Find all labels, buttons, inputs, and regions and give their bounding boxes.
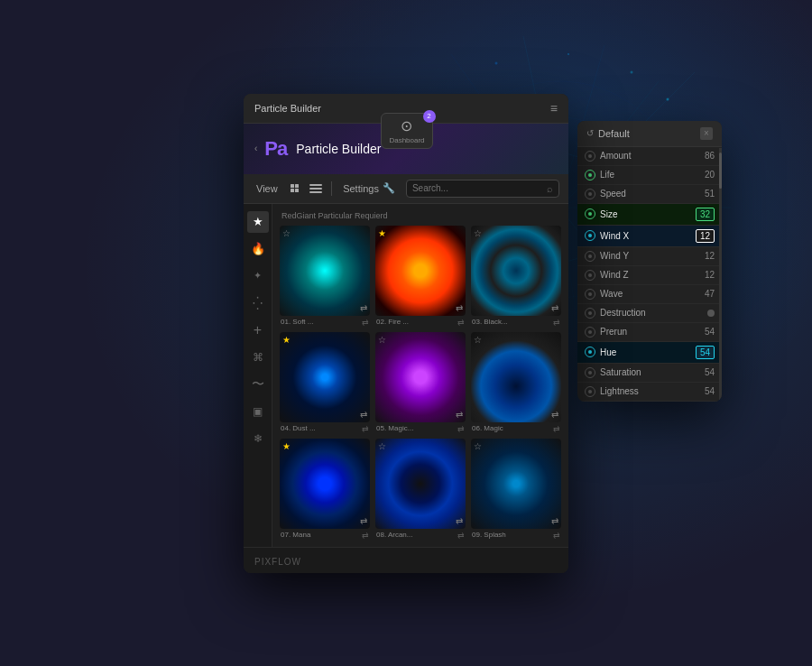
star-icon-01[interactable]: ☆ — [282, 228, 291, 238]
star-icon-05[interactable]: ☆ — [378, 335, 386, 345]
prop-name-prerun: Prerun — [600, 327, 697, 337]
prop-name-lightness: Lightness — [600, 386, 697, 396]
item-label-01: 01. Soft ... ⇄ — [280, 318, 370, 327]
sidebar-icon-flow[interactable]: ⌘ — [247, 347, 269, 368]
grid-view-button[interactable] — [289, 182, 301, 195]
prop-icon-destruction — [585, 308, 595, 319]
prop-row-size[interactable]: Size 32 — [577, 204, 722, 226]
search-icon: ⌕ — [547, 183, 553, 194]
sidebar-icon-plus[interactable]: + — [247, 319, 269, 341]
settings-button[interactable]: Settings 🔧 — [339, 180, 399, 196]
prop-icon-wind-z — [585, 270, 595, 281]
list-icon — [309, 184, 322, 193]
view-button[interactable]: View — [253, 181, 281, 196]
item-label-text-07: 07. Mana — [281, 531, 359, 539]
prop-row-hue[interactable]: Hue 54 — [577, 342, 722, 364]
settings-wrench-icon: 🔧 — [383, 182, 395, 194]
header-title: Particle Builder — [296, 142, 381, 156]
particle-item-06[interactable]: ☆ ⇄ 06. Magic ⇄ — [471, 332, 561, 433]
props-close-button[interactable]: × — [700, 127, 713, 140]
panel-menu-icon[interactable]: ≡ — [550, 101, 558, 116]
swap-icon-02[interactable]: ⇄ — [456, 303, 463, 313]
particle-item-02[interactable]: ★ ⇄ 02. Fire ... ⇄ — [375, 226, 466, 327]
props-scrollbar[interactable] — [719, 148, 722, 402]
sidebar-icon-fire[interactable]: 🔥 — [247, 238, 269, 260]
dashboard-button[interactable]: ⊙ Dashboard 2 — [381, 113, 432, 149]
props-scrollbar-thumb — [719, 153, 722, 189]
prop-value-amount: 86 — [697, 151, 715, 161]
prop-row-destruction[interactable]: Destruction — [577, 304, 722, 323]
particle-grid: ☆ ⇄ 01. Soft ... ⇄ ★ ⇄ — [280, 226, 561, 540]
particle-thumb-09: ☆ ⇄ — [471, 439, 561, 529]
swap-icon-07[interactable]: ⇄ — [360, 516, 367, 526]
prop-row-speed[interactable]: Speed 51 — [577, 185, 722, 204]
star-icon-07[interactable]: ★ — [282, 441, 291, 451]
item-label-text-06: 06. Magic — [472, 424, 550, 432]
properties-panel: ↺ Default × Amount 86 Life 20 — [577, 121, 722, 402]
props-reset-icon[interactable]: ↺ — [586, 128, 594, 138]
swap-icon-04[interactable]: ⇄ — [360, 410, 367, 420]
particle-thumb-03: ☆ ⇄ — [471, 226, 561, 316]
item-label-text-01: 01. Soft ... — [281, 318, 359, 326]
item-label-06: 06. Magic ⇄ — [471, 424, 561, 433]
swap-icon-08[interactable]: ⇄ — [456, 516, 463, 526]
particle-item-03[interactable]: ☆ ⇄ 03. Black... ⇄ — [471, 226, 561, 327]
brand-logo: PixFlow — [254, 557, 301, 567]
particle-item-04[interactable]: ★ ⇄ 04. Dust ... ⇄ — [280, 332, 370, 433]
star-icon-06[interactable]: ☆ — [474, 335, 482, 345]
star-icon-03[interactable]: ☆ — [474, 228, 482, 238]
swap-icon-09[interactable]: ⇄ — [551, 516, 558, 526]
prop-row-wind-z[interactable]: Wind Z 12 — [577, 266, 722, 285]
particle-thumb-01: ☆ ⇄ — [280, 226, 370, 316]
star-icon-02[interactable]: ★ — [378, 228, 386, 238]
particle-item-01[interactable]: ☆ ⇄ 01. Soft ... ⇄ — [280, 226, 370, 327]
sidebar-icon-snowflake[interactable]: ❄ — [247, 428, 269, 449]
list-view-button[interactable] — [308, 182, 324, 195]
sidebar-icon-particles[interactable]: ⁛ — [247, 292, 269, 314]
particle-item-08[interactable]: ☆ ⇄ 08. Arcan... ⇄ — [375, 439, 466, 540]
sidebar-icon-star[interactable]: ★ — [247, 211, 269, 233]
required-notice: RedGiant Particular Requierd — [280, 211, 561, 220]
prop-name-wave: Wave — [600, 289, 697, 299]
star-icon-08[interactable]: ☆ — [378, 441, 386, 451]
prop-value-hue: 54 — [696, 346, 715, 359]
prop-row-wind-y[interactable]: Wind Y 12 — [577, 247, 722, 266]
prop-icon-dot — [588, 154, 592, 158]
props-title: Default — [598, 128, 630, 139]
search-input[interactable] — [412, 183, 543, 193]
swap-icon-06[interactable]: ⇄ — [551, 410, 558, 420]
item-arrow-05: ⇄ — [457, 424, 465, 433]
particle-thumb-06: ☆ ⇄ — [471, 332, 561, 422]
grid-icon — [291, 184, 300, 193]
item-arrow-01: ⇄ — [362, 318, 369, 327]
sidebar-icon-monitor[interactable]: ▣ — [247, 401, 269, 422]
item-arrow-03: ⇄ — [553, 318, 560, 327]
item-label-text-03: 03. Black... — [472, 318, 550, 326]
particle-item-05[interactable]: ☆ ⇄ 05. Magic... ⇄ — [375, 332, 466, 433]
svg-point-29 — [567, 53, 569, 55]
sidebar-icon-sparkle[interactable]: ✦ — [247, 265, 269, 287]
svg-point-30 — [631, 71, 633, 74]
brand-footer: PixFlow — [244, 547, 568, 573]
prop-row-amount[interactable]: Amount 86 — [577, 147, 722, 166]
grid-dot — [291, 184, 294, 188]
prop-icon-wave — [585, 289, 595, 300]
item-label-02: 02. Fire ... ⇄ — [375, 318, 466, 327]
sidebar-icon-wave[interactable]: 〜 — [247, 374, 269, 395]
particle-item-09[interactable]: ☆ ⇄ 09. Splash ⇄ — [471, 439, 561, 540]
star-icon-09[interactable]: ☆ — [474, 441, 482, 451]
prop-row-wave[interactable]: Wave 47 — [577, 285, 722, 304]
settings-label: Settings — [343, 183, 379, 194]
star-icon-04[interactable]: ★ — [282, 335, 291, 345]
prop-row-life[interactable]: Life 20 — [577, 166, 722, 185]
swap-icon-01[interactable]: ⇄ — [360, 303, 367, 313]
swap-icon-03[interactable]: ⇄ — [551, 303, 558, 313]
left-sidebar: ★ 🔥 ✦ ⁛ + ⌘ 〜 ▣ ❄ — [244, 204, 272, 547]
swap-icon-05[interactable]: ⇄ — [456, 410, 463, 420]
app-container: Particle Builder ≡ ‹ Pa Particle Builder… — [244, 94, 568, 573]
prop-row-saturation[interactable]: Saturation 54 — [577, 364, 722, 383]
prop-row-lightness[interactable]: Lightness 54 — [577, 383, 722, 402]
particle-item-07[interactable]: ★ ⇄ 07. Mana ⇄ — [280, 439, 370, 540]
prop-row-prerun[interactable]: Prerun 54 — [577, 323, 722, 342]
prop-row-wind-x[interactable]: Wind X 12 — [577, 226, 722, 247]
